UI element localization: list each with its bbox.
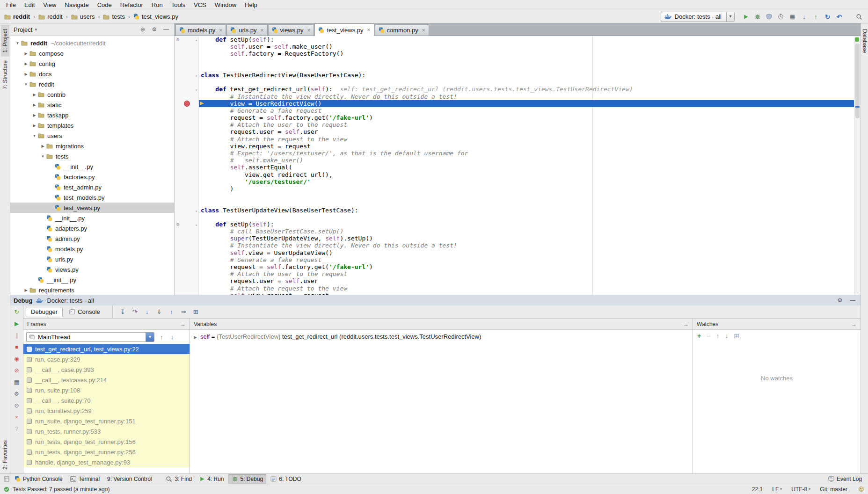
stack-frame[interactable]: run, suite.py:108 [23,385,190,395]
coverage-button[interactable] [764,11,774,22]
gutter[interactable] [175,285,199,292]
gutter[interactable] [175,185,199,192]
breakpoint-icon[interactable] [184,101,190,107]
tree-expand-arrow[interactable]: ▶ [22,62,29,66]
code-line[interactable]: ⊙▾ def setUp(self): [175,36,861,43]
resume-button[interactable]: ▶ [13,320,21,328]
menu-tools[interactable]: Tools [167,0,190,10]
thread-dump-button[interactable]: ≣ [787,11,798,22]
inspections-ok-icon[interactable] [855,37,859,42]
tree-item-selected[interactable]: test_views.py [10,203,174,213]
tree-item[interactable]: views.py [10,264,174,275]
code-line[interactable]: # Generate a fake request [175,256,861,263]
code-line[interactable]: # call BaseUserTestCase.setUp() [175,228,861,235]
code-line[interactable]: ) [175,185,861,192]
tree-item[interactable]: ▶docs [10,69,174,79]
code-line[interactable] [175,192,861,199]
gutter[interactable] [175,79,199,86]
vcs-commit-button[interactable]: ↑ [810,11,821,22]
popout-icon[interactable]: → [683,321,689,327]
stack-frame[interactable]: __call__, suite.py:70 [23,395,190,406]
toolbutton-9-version-control[interactable]: 9: Version Control [104,474,155,484]
code-line[interactable] [175,58,861,65]
gutter[interactable] [175,100,199,107]
gutter[interactable] [175,93,199,100]
gutter[interactable] [175,128,199,135]
close-button[interactable]: × [13,413,21,421]
next-frame-icon[interactable]: ↓ [168,334,176,341]
menu-navigate[interactable]: Navigate [60,0,93,10]
gutter[interactable] [175,107,199,114]
stack-frame[interactable]: run, tcunittest.py:259 [23,406,190,416]
thread-selector[interactable]: MainThread ▼ [26,332,154,342]
tree-item[interactable]: admin.py [10,233,174,244]
stripe-item-1-project[interactable]: 1: Project [1,25,9,57]
code-line[interactable]: self.view = UserUpdateView() [175,249,861,256]
locate-icon[interactable]: ⊕ [138,26,147,33]
code-line[interactable]: # Attach the request to the view [175,136,861,143]
run-button[interactable] [740,11,751,22]
code-line[interactable]: # Attach the user to the request [175,121,861,128]
gutter[interactable] [175,50,199,57]
tree-item[interactable]: ▶static [10,100,174,110]
code-line[interactable]: # self.make_user() [175,157,861,164]
tree-item[interactable]: ▶config [10,58,174,69]
encoding[interactable]: UTF-8▾ [791,486,810,493]
move-watch-up-button[interactable]: ↑ [716,332,719,340]
breadcrumb-item[interactable]: test_views.py [132,13,180,20]
debug-tab-debugger[interactable]: Debugger [26,307,63,317]
tree-expand-arrow[interactable]: ▶ [31,93,38,97]
tree-item[interactable]: ▼tests [10,151,174,161]
stack-frame[interactable]: run_tests, django_test_runner.py:256 [23,447,190,457]
view-breakpoints-button[interactable]: ◉ [13,355,21,363]
menu-help[interactable]: Help [241,0,262,10]
code-line[interactable]: # Instantiate the view directly. Never d… [175,242,861,249]
run-to-cursor-icon[interactable]: ⇒ [178,308,189,315]
code-line[interactable]: ▾class TestUserUpdateView(BaseUserTestCa… [175,207,861,214]
step-out-icon[interactable]: ↑ [166,308,177,315]
popout-icon[interactable]: → [851,321,857,327]
code-line[interactable] [175,199,861,206]
pin-button[interactable]: ⊙ [13,401,21,410]
close-icon[interactable]: × [422,27,425,34]
gutter[interactable] [175,136,199,143]
code-line[interactable]: super(TestUserUpdateView, self).setUp() [175,235,861,242]
gutter[interactable] [175,256,199,263]
gutter[interactable] [175,65,199,72]
tool-window-switcher-icon[interactable] [2,476,11,482]
chevron-down-icon[interactable]: ▼ [146,332,154,342]
toolbutton-5-debug[interactable]: 5: Debug [228,474,267,484]
close-icon[interactable]: × [307,27,310,34]
gutter[interactable] [175,199,199,206]
search-everywhere-icon[interactable] [854,14,864,20]
gutter[interactable]: ▾ [175,86,199,93]
menu-code[interactable]: Code [93,0,116,10]
evaluate-expression-icon[interactable]: ⊞ [190,308,201,315]
code-line[interactable]: # Generate a fake request [175,107,861,114]
editor[interactable]: ⊙▾ def setUp(self): self.user = self.mak… [175,36,861,295]
tree-item[interactable]: __init__.py [10,161,174,172]
tree-item[interactable]: ▶taskapp [10,110,174,120]
tree-item[interactable]: ▶requirements [10,285,174,295]
vcs-history-button[interactable]: ↻ [822,11,833,22]
stripe-item-database[interactable]: Database [861,26,868,56]
code-line[interactable]: view = UserRedirectView() [175,100,861,107]
duplicate-watch-button[interactable]: ⊞ [734,332,739,340]
hide-icon[interactable]: — [161,26,171,33]
restore-layout-button[interactable]: ▦ [13,378,21,386]
remove-watch-button[interactable]: − [707,332,710,340]
stack-frame[interactable]: run, case.py:329 [23,354,190,364]
gutter[interactable] [175,150,199,157]
popout-icon[interactable]: → [180,321,186,327]
stack-frame[interactable]: run_suite, django_test_runner.py:151 [23,416,190,426]
gutter[interactable] [175,192,199,199]
gutter[interactable]: ⊙▾ [175,221,199,228]
tree-item[interactable]: ▼reddit [10,79,174,89]
hide-icon[interactable]: — [848,297,857,304]
move-watch-down-button[interactable]: ↓ [725,332,728,340]
tree-item[interactable]: factories.py [10,172,174,182]
profiler-button[interactable] [775,11,786,22]
code-line[interactable]: ⊙▾ def setUp(self): [175,221,861,228]
tree-item[interactable]: urls.py [10,254,174,264]
toolbutton-6-todo[interactable]: 6: TODO [267,474,305,484]
